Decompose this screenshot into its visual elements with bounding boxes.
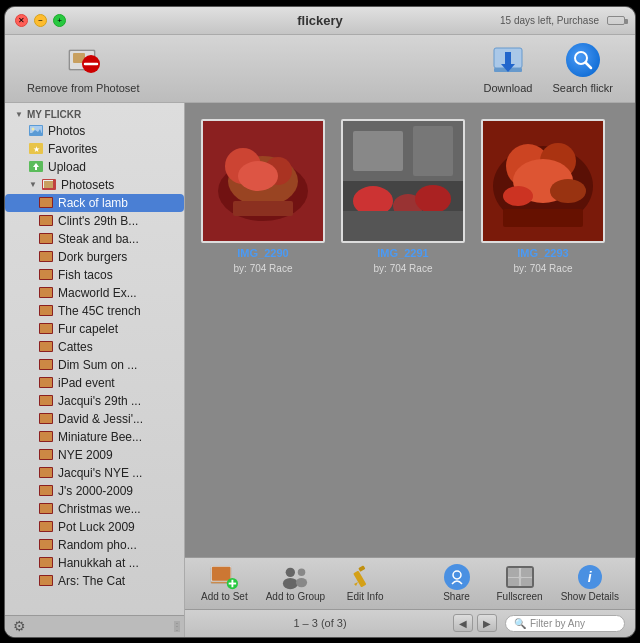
svg-rect-75 [353, 131, 403, 171]
fur-icon [39, 322, 53, 336]
share-icon [443, 565, 471, 589]
steak-label: Steak and ba... [58, 232, 139, 246]
sidebar-item-upload[interactable]: Upload [5, 158, 184, 176]
prev-button[interactable]: ◀ [453, 614, 473, 632]
main-window: ✕ − + flickery 15 days left, Purchase [5, 7, 635, 637]
photo-author-1: by: 704 Race [234, 263, 293, 274]
download-button[interactable]: Download [474, 36, 543, 100]
svg-point-98 [296, 577, 307, 586]
photo-frame-3 [481, 119, 605, 243]
sidebar-item-favorites[interactable]: ★ Favorites [5, 140, 184, 158]
share-button[interactable]: Share [427, 561, 487, 606]
download-icon [490, 42, 526, 78]
sidebar-item-miniature[interactable]: Miniature Bee... [5, 428, 184, 446]
sidebar-item-trench[interactable]: The 45C trench [5, 302, 184, 320]
sidebar-item-dork[interactable]: Dork burgers [5, 248, 184, 266]
sidebar-item-nye2009[interactable]: NYE 2009 [5, 446, 184, 464]
nye2009-icon [39, 448, 53, 462]
sidebar-item-ipad[interactable]: iPad event [5, 374, 184, 392]
svg-text:★: ★ [33, 145, 40, 154]
sidebar-item-clints[interactable]: Clint's 29th B... [5, 212, 184, 230]
sidebar-item-jacquis29[interactable]: Jacqui's 29th ... [5, 392, 184, 410]
dork-icon [39, 250, 53, 264]
svg-rect-107 [521, 578, 532, 586]
sidebar-bottom: ⚙ ⋮ [5, 615, 184, 637]
sidebar-item-macworld[interactable]: Macworld Ex... [5, 284, 184, 302]
settings-gear-button[interactable]: ⚙ [9, 616, 29, 636]
sidebar-item-potluck[interactable]: Pot Luck 2009 [5, 518, 184, 536]
sidebar-item-hanukkah[interactable]: Hanukkah at ... [5, 554, 184, 572]
svg-rect-27 [40, 234, 52, 243]
search-flickr-icon [565, 42, 601, 78]
add-to-group-button[interactable]: Add to Group [258, 561, 333, 606]
statusbar: 1 – 3 (of 3) ◀ ▶ 🔍 Filter by Any [185, 609, 635, 637]
sidebar-section-my-flickr: ▼ MY FLICKR [5, 103, 184, 122]
traffic-lights: ✕ − + [15, 14, 66, 27]
sidebar-item-cattes[interactable]: Cattes [5, 338, 184, 356]
photo-grid: IMG_2290 by: 704 Race [185, 103, 635, 557]
potluck-icon [39, 520, 53, 534]
sidebar-item-js2000[interactable]: J's 2000-2009 [5, 482, 184, 500]
rack-icon [39, 196, 53, 210]
resize-handle[interactable]: ⋮ [174, 621, 180, 632]
sidebar-item-photos[interactable]: Photos [5, 122, 184, 140]
svg-rect-105 [521, 568, 532, 577]
minimize-button[interactable]: − [34, 14, 47, 27]
sidebar-item-fur[interactable]: Fur capelet [5, 320, 184, 338]
remove-from-photoset-button[interactable]: Remove from Photoset [17, 36, 150, 100]
sidebar-item-rack-of-lamb[interactable]: Rack of lamb [5, 194, 184, 212]
sidebar-item-jacquisnye[interactable]: Jacqui's NYE ... [5, 464, 184, 482]
fullscreen-button[interactable]: Fullscreen [489, 561, 551, 606]
next-button[interactable]: ▶ [477, 614, 497, 632]
maximize-button[interactable]: + [53, 14, 66, 27]
js2000-icon [39, 484, 53, 498]
random-icon [39, 538, 53, 552]
filter-search[interactable]: 🔍 Filter by Any [505, 615, 625, 632]
jacquis29-label: Jacqui's 29th ... [58, 394, 141, 408]
sidebar-item-photosets[interactable]: ▼ Photosets [5, 176, 184, 194]
sidebar-item-david[interactable]: David & Jessi'... [5, 410, 184, 428]
svg-rect-37 [40, 324, 52, 333]
dimsum-icon [39, 358, 53, 372]
photos-label: Photos [48, 124, 85, 138]
share-circle [444, 564, 470, 590]
svg-point-102 [453, 571, 461, 579]
close-button[interactable]: ✕ [15, 14, 28, 27]
trench-icon [39, 304, 53, 318]
svg-rect-25 [40, 216, 52, 225]
david-icon [39, 412, 53, 426]
edit-info-label: Edit Info [347, 591, 384, 602]
dimsum-label: Dim Sum on ... [58, 358, 137, 372]
sidebar-item-ars[interactable]: Ars: The Cat [5, 572, 184, 590]
jacquis29-icon [39, 394, 53, 408]
fur-label: Fur capelet [58, 322, 118, 336]
svg-rect-61 [40, 540, 52, 549]
sidebar: ▼ MY FLICKR Photos [5, 103, 185, 637]
sidebar-item-dimsum[interactable]: Dim Sum on ... [5, 356, 184, 374]
show-details-button[interactable]: i Show Details [553, 561, 627, 606]
search-flickr-button[interactable]: Search flickr [542, 36, 623, 100]
sidebar-item-steak[interactable]: Steak and ba... [5, 230, 184, 248]
dork-label: Dork burgers [58, 250, 127, 264]
sidebar-item-random[interactable]: Random pho... [5, 536, 184, 554]
photo-card-img2291[interactable]: IMG_2291 by: 704 Race [341, 119, 465, 274]
favorites-label: Favorites [48, 142, 97, 156]
photo-card-img2293[interactable]: IMG_2293 by: 704 Race [481, 119, 605, 274]
svg-rect-101 [358, 565, 365, 571]
edit-info-button[interactable]: Edit Info [335, 561, 395, 606]
jacquisnye-label: Jacqui's NYE ... [58, 466, 142, 480]
svg-marker-100 [354, 582, 358, 586]
miniature-label: Miniature Bee... [58, 430, 142, 444]
potluck-label: Pot Luck 2009 [58, 520, 135, 534]
steak-icon [39, 232, 53, 246]
photo-title-1: IMG_2290 [237, 247, 288, 259]
sidebar-item-fish[interactable]: Fish tacos [5, 266, 184, 284]
titlebar: ✕ − + flickery 15 days left, Purchase [5, 7, 635, 35]
sidebar-item-christmas[interactable]: Christmas we... [5, 500, 184, 518]
photo-card-img2290[interactable]: IMG_2290 by: 704 Race [201, 119, 325, 274]
add-to-set-button[interactable]: Add to Set [193, 561, 256, 606]
bottom-toolbar: Add to Set Add to Group [185, 557, 635, 609]
svg-rect-106 [508, 578, 519, 586]
search-flickr-circle [566, 43, 600, 77]
fullscreen-label: Fullscreen [497, 591, 543, 602]
